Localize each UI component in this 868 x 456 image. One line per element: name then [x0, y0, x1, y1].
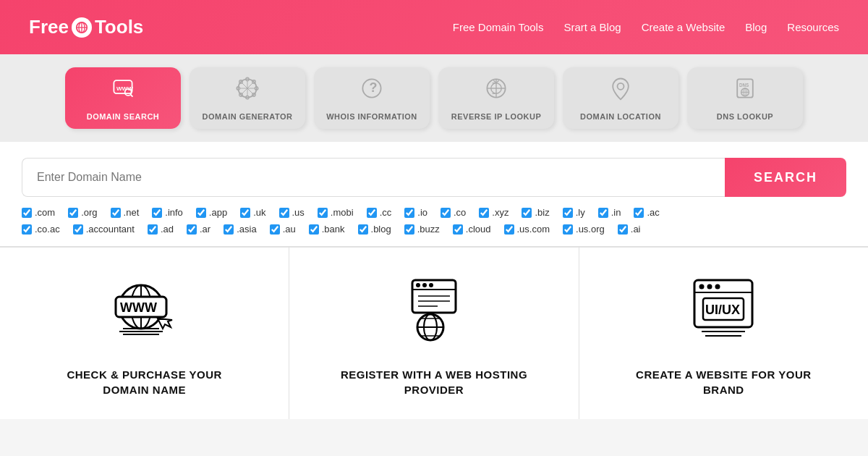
- www-icon: WWW: [101, 276, 188, 351]
- tld-buzz[interactable]: .buzz: [404, 224, 440, 235]
- tab-domain-location-label: DOMAIN LOCATION: [580, 112, 661, 121]
- tld-us-org[interactable]: .us.org: [563, 224, 605, 235]
- card-check-domain-title: CHECK & PURCHASE YOURDOMAIN NAME: [67, 367, 221, 397]
- tool-tabs: WWW DOMAIN SEARCH: [0, 54, 868, 142]
- tld-ly[interactable]: .ly: [563, 207, 585, 218]
- tld-net[interactable]: .net: [111, 207, 140, 218]
- svg-point-63: [707, 284, 712, 290]
- search-button[interactable]: SEARCH: [725, 158, 846, 197]
- nav-free-domain-tools[interactable]: Free Domain Tools: [453, 21, 544, 33]
- tld-us[interactable]: .us: [279, 207, 305, 218]
- nav-resources[interactable]: Resources: [787, 21, 839, 33]
- domain-search-icon: WWW: [110, 75, 136, 106]
- svg-text:WWW: WWW: [120, 300, 157, 315]
- tab-dns-lookup-label: DNS LOOKUP: [717, 112, 773, 121]
- tld-biz[interactable]: .biz: [522, 207, 549, 218]
- tab-domain-search-label: DOMAIN SEARCH: [87, 112, 160, 121]
- svg-point-29: [618, 83, 624, 90]
- tld-us-com[interactable]: .us.com: [504, 224, 550, 235]
- tlds-row: .com .org .net .info .app .uk .us .mobi …: [22, 207, 846, 218]
- card-check-domain: WWW CHECK & PURCHASE YOURDOMAIN NAME: [0, 248, 289, 419]
- tld-org[interactable]: .org: [68, 207, 97, 218]
- tld-io[interactable]: .io: [404, 207, 427, 218]
- tld-au[interactable]: .au: [270, 224, 296, 235]
- card-create-website: UI/UX CREATE A WEBSITE FOR YOURBRAND: [579, 248, 868, 419]
- tld-ad[interactable]: .ad: [148, 224, 174, 235]
- tld-cc[interactable]: .cc: [367, 207, 392, 218]
- card-web-hosting-title: REGISTER WITH A WEB HOSTINGPROVIDER: [341, 367, 527, 397]
- uiux-icon: UI/UX: [680, 276, 767, 351]
- nav-blog[interactable]: Blog: [745, 21, 767, 33]
- nav-create-website[interactable]: Create a Website: [642, 21, 726, 33]
- site-header: Free Tools Free Domain Tools Srart a Blo…: [0, 0, 868, 54]
- tab-dns-lookup[interactable]: DNS DNS LOOKUP: [687, 67, 803, 129]
- tld-ar[interactable]: .ar: [187, 224, 210, 235]
- main-nav: Free Domain Tools Srart a Blog Create a …: [453, 21, 839, 33]
- hosting-icon: [391, 276, 477, 351]
- tab-reverse-ip-label: REVERSE IP LOOKUP: [451, 112, 541, 121]
- tld-app[interactable]: .app: [196, 207, 227, 218]
- tld-info[interactable]: .info: [152, 207, 183, 218]
- logo-icon: [72, 17, 92, 38]
- search-input[interactable]: [22, 158, 725, 197]
- domain-generator-icon: [234, 75, 260, 106]
- tab-domain-location[interactable]: DOMAIN LOCATION: [563, 67, 678, 129]
- svg-point-62: [699, 284, 705, 290]
- tld-ai[interactable]: .ai: [618, 224, 641, 235]
- tab-whois-label: WHOIS INFORMATION: [326, 112, 417, 121]
- logo[interactable]: Free Tools: [29, 16, 143, 38]
- dns-lookup-icon: DNS: [732, 75, 758, 106]
- tab-domain-search[interactable]: WWW DOMAIN SEARCH: [65, 67, 181, 129]
- cards-section: WWW CHECK & PURCHASE YOURDOMAIN NAME: [0, 247, 868, 419]
- tld-xyz[interactable]: .xyz: [479, 207, 509, 218]
- card-web-hosting: REGISTER WITH A WEB HOSTINGPROVIDER: [289, 248, 579, 419]
- svg-point-51: [429, 283, 433, 287]
- tld-bank[interactable]: .bank: [309, 224, 345, 235]
- tld-com[interactable]: .com: [22, 207, 55, 218]
- svg-marker-43: [158, 318, 172, 329]
- search-bar: SEARCH: [22, 158, 846, 197]
- card-create-website-title: CREATE A WEBSITE FOR YOURBRAND: [636, 367, 812, 397]
- reverse-ip-icon: [483, 75, 509, 106]
- tld-asia[interactable]: .asia: [224, 224, 256, 235]
- tld-uk[interactable]: .uk: [240, 207, 265, 218]
- svg-point-64: [715, 284, 720, 290]
- nav-start-blog[interactable]: Srart a Blog: [563, 21, 621, 33]
- tld-accountant[interactable]: .accountant: [73, 224, 135, 235]
- tld-mobi[interactable]: .mobi: [318, 207, 354, 218]
- tab-whois-information[interactable]: ? WHOIS INFORMATION: [314, 67, 430, 129]
- svg-line-7: [131, 95, 133, 97]
- search-section: SEARCH .com .org .net .info .app .uk .us…: [0, 142, 868, 247]
- svg-text:DNS: DNS: [739, 83, 749, 88]
- svg-point-50: [422, 283, 427, 287]
- svg-text:?: ?: [369, 80, 377, 95]
- logo-text-tools: Tools: [95, 16, 143, 38]
- tld-cloud[interactable]: .cloud: [453, 224, 491, 235]
- tld-blog[interactable]: .blog: [358, 224, 391, 235]
- tld-co-ac[interactable]: .co.ac: [22, 224, 60, 235]
- whois-icon: ?: [359, 75, 385, 106]
- tab-domain-generator-label: DOMAIN GENERATOR: [203, 112, 293, 121]
- svg-point-49: [416, 283, 420, 287]
- tab-domain-generator[interactable]: DOMAIN GENERATOR: [190, 67, 305, 129]
- tlds-row-2: .co.ac .accountant .ad .ar .asia .au .ba…: [22, 224, 846, 235]
- domain-location-icon: [608, 75, 634, 106]
- tld-co[interactable]: .co: [441, 207, 466, 218]
- svg-text:UI/UX: UI/UX: [705, 303, 740, 317]
- tld-ac[interactable]: .ac: [634, 207, 659, 218]
- tld-in[interactable]: .in: [598, 207, 621, 218]
- tab-reverse-ip-lookup[interactable]: REVERSE IP LOOKUP: [438, 67, 554, 129]
- logo-text-free: Free: [29, 16, 69, 38]
